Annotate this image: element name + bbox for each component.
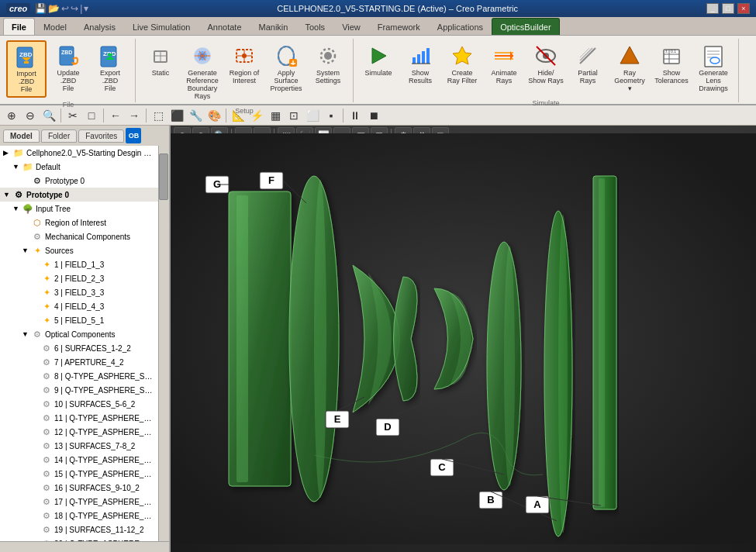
show-tolerances-button[interactable]: ± 0.1 ShowTolerances (651, 40, 692, 88)
tab-view[interactable]: View (333, 18, 369, 35)
tree-item-0[interactable]: ▼ 📁 Default (9, 160, 158, 174)
tab-tools[interactable]: Tools (296, 18, 333, 35)
tree-item-18[interactable]: ⚙11 | Q-TYPE_ASPHERE_SURFAC... (28, 411, 158, 425)
model-tab-ob[interactable]: OB (126, 128, 141, 143)
partial-rays-button[interactable]: PartialRays (568, 40, 608, 88)
update-zbd-button[interactable]: ZBD Update .ZBDFile (48, 40, 88, 96)
ray-geometry-button[interactable]: RayGeometry ▾ (609, 40, 650, 96)
tree-item-3[interactable]: ▼ 🌳 Input Tree (9, 202, 158, 216)
tree-label-2: Prototype 0 (26, 191, 69, 199)
update-zbd-icon: ZBD (56, 43, 81, 68)
tree-item-5[interactable]: ⚙ Mechanical Components (19, 229, 158, 243)
tab-live-simulation[interactable]: Live Simulation (124, 18, 199, 35)
tb2-btn-9[interactable]: 🔧 (187, 107, 204, 124)
export-zbd-button[interactable]: ZBD Export .ZBDFile (90, 40, 130, 96)
tree-item-14[interactable]: ⚙7 | APERTURE_4_2 (28, 355, 158, 369)
create-ray-filter-button[interactable]: CreateRay Filter (442, 40, 482, 88)
quick-open[interactable]: 📂 (48, 3, 60, 14)
tb2-btn-10[interactable]: 🎨 (205, 107, 223, 124)
apply-surface-button[interactable]: Apply SurfaceProperties (266, 40, 306, 96)
svg-point-72 (504, 246, 515, 486)
tree-item-7[interactable]: ✦1 | FIELD_1_3 (28, 257, 158, 271)
tree-item-12[interactable]: ▼ ⚙ Optical Components (19, 327, 158, 341)
tree-item-16[interactable]: ⚙9 | Q-TYPE_ASPHERE_SURFAC... (28, 383, 158, 397)
tree-item-8[interactable]: ✦2 | FIELD_2_3 (28, 271, 158, 285)
tree-item-20[interactable]: ⚙13 | SURFACES_7-8_2 (28, 439, 158, 453)
quick-redo[interactable]: ↪ (71, 3, 78, 14)
tree-item-15[interactable]: ⚙8 | Q-TYPE_ASPHERE_SURFAC... (28, 369, 158, 383)
tb2-btn-4[interactable]: □ (83, 107, 100, 124)
hide-show-rays-button[interactable]: Hide/Show Rays (526, 40, 566, 88)
tb2-btn-14[interactable]: ⊡ (285, 107, 302, 124)
tree-item-25[interactable]: ⚙18 | Q-TYPE_ASPHERE_SURFAC... (28, 509, 158, 523)
show-results-button[interactable]: ShowResults (400, 40, 440, 88)
tb2-btn-6[interactable]: → (126, 107, 143, 124)
tab-model[interactable]: Model (35, 18, 75, 35)
tree-item-11[interactable]: ✦5 | FIELD_5_1 (28, 313, 158, 327)
tree-item-4[interactable]: ⬡ Region of Interest (19, 216, 158, 229)
tree-item-22[interactable]: ⚙15 | Q-TYPE_ASPHERE_SURFAC... (28, 467, 158, 481)
import-zbd-button[interactable]: ZBD Import .ZBDFile (6, 40, 47, 98)
3d-viewport[interactable]: ⊕ ⊖ 🔍 ✂ □ ⬚ ⬛ ⬜ ▪ ▦ ⊡ ⚙ ⏸ ⏹ (171, 126, 756, 552)
model-tab-favorites[interactable]: Favorites (78, 129, 124, 143)
svg-rect-3 (24, 61, 29, 64)
tree-item-17[interactable]: ⚙10 | SURFACES_5-6_2 (28, 397, 158, 411)
tree-root[interactable]: ▶ 📁 Cellphone2.0_V5-Starting Desgin Prot… (0, 146, 158, 160)
tree-item-1[interactable]: ⚙ Prototype 0 (19, 174, 158, 188)
tab-file[interactable]: File (3, 18, 35, 35)
model-tab-model[interactable]: Model (3, 129, 40, 143)
tab-applications[interactable]: Applications (429, 18, 492, 35)
tree-item-19[interactable]: ⚙12 | Q-TYPE_ASPHERE_SURFAC... (28, 425, 158, 439)
tree-item-2[interactable]: ▼ ⚙ Prototype 0 (0, 188, 158, 202)
tree-item-9[interactable]: ✦3 | FIELD_3_3 (28, 285, 158, 299)
export-zbd-icon: ZBD (98, 43, 123, 68)
tab-manikin[interactable]: Manikin (250, 18, 297, 35)
tb2-btn-16[interactable]: ▪ (323, 107, 340, 124)
tree-item-21[interactable]: ⚙14 | Q-TYPE_ASPHERE_SURFAC... (28, 453, 158, 467)
tb2-btn-12[interactable]: ⚡ (248, 107, 265, 124)
tb2-btn-5[interactable]: ← (107, 107, 124, 124)
tab-opticsbuilder[interactable]: OpticsBuilder (492, 18, 559, 35)
simulate-button[interactable]: Simulate (358, 40, 399, 85)
tree-item-24[interactable]: ⚙17 | Q-TYPE_ASPHERE_SURFAC... (28, 495, 158, 509)
static-button[interactable]: Static (140, 40, 181, 85)
tree-horizontal-scrollbar[interactable] (0, 541, 169, 552)
animate-rays-button[interactable]: AnimateRays (484, 40, 524, 88)
tree-item-10[interactable]: ✦4 | FIELD_4_3 (28, 299, 158, 313)
region-interest-button[interactable]: Region ofInterest (224, 40, 264, 88)
model-tab-folder[interactable]: Folder (41, 129, 77, 143)
tb2-btn-18[interactable]: ⏹ (365, 107, 382, 124)
tab-annotate[interactable]: Annotate (198, 18, 250, 35)
gen-lens-drawings-button[interactable]: Generate LensDrawings (693, 40, 734, 96)
animate-rays-label: AnimateRays (491, 70, 516, 85)
quick-save[interactable]: 💾 (35, 3, 47, 14)
ribbon-group-file: ZBD Import .ZBDFile ZBD Update .Z (2, 39, 136, 102)
tab-analysis[interactable]: Analysis (75, 18, 124, 35)
quick-undo[interactable]: ↩ (61, 3, 69, 14)
close-button[interactable]: × (737, 3, 750, 14)
tree-label-1: Prototype 0 (45, 177, 85, 185)
tb2-btn-11[interactable]: 📐 (230, 107, 247, 124)
tab-framework[interactable]: Framework (369, 18, 429, 35)
tb2-btn-0[interactable]: ⊕ (3, 107, 20, 124)
tree-item-6[interactable]: ▼ ✦ Sources (19, 243, 158, 257)
tb2-btn-17[interactable]: ⏸ (347, 107, 364, 124)
tb2-btn-15[interactable]: ⬜ (304, 107, 321, 124)
tree-scroll-thumb[interactable] (159, 154, 168, 200)
tree-vertical-scrollbar[interactable] (158, 146, 169, 541)
system-settings-button[interactable]: SystemSettings (308, 40, 348, 88)
tree-icon-6: ✦ (31, 244, 43, 257)
gen-ref-boundary-button[interactable]: Generate ReferenceBoundary Rays (182, 40, 223, 104)
maximize-button[interactable]: □ (722, 3, 734, 14)
tb2-btn-1[interactable]: ⊖ (22, 107, 39, 124)
tb2-btn-8[interactable]: ⬛ (168, 107, 185, 124)
tree-item-26[interactable]: ⚙19 | SURFACES_11-12_2 (28, 523, 158, 536)
tb2-btn-2[interactable]: 🔍 (40, 107, 57, 124)
tb2-btn-3[interactable]: ✂ (64, 107, 81, 124)
minimize-button[interactable]: _ (706, 3, 719, 14)
tree-item-23[interactable]: ⚙16 | SURFACES_9-10_2 (28, 481, 158, 495)
tb2-btn-13[interactable]: ▦ (267, 107, 284, 124)
tree-item-13[interactable]: ⚙6 | SURFACES_1-2_2 (28, 341, 158, 355)
tb2-btn-7[interactable]: ⬚ (150, 107, 167, 124)
opt-group-lbl: Optical Components (45, 330, 116, 339)
